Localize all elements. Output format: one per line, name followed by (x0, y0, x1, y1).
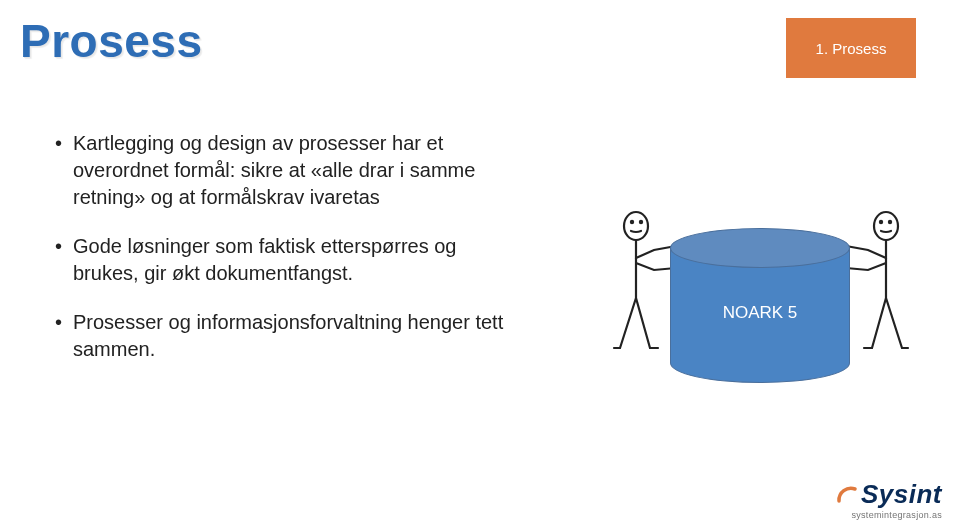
slide-title: Prosess (20, 14, 203, 68)
cylinder-label: NOARK 5 (670, 303, 850, 323)
logo-brand: Sysint (836, 479, 942, 512)
logo: Sysint systemintegrasjon.as (836, 479, 942, 520)
svg-point-4 (874, 212, 898, 240)
section-tag: 1. Prosess (786, 18, 916, 78)
svg-point-5 (879, 220, 883, 224)
bullet-dot-icon (55, 130, 73, 211)
logo-subtext: systemintegrasjon.as (836, 510, 942, 520)
svg-point-1 (630, 220, 634, 224)
stick-figure-right-icon (848, 208, 908, 378)
bullet-text: Prosesser og informasjonsforvaltning hen… (73, 309, 505, 363)
logo-arc-icon (836, 481, 858, 512)
logo-brand-text: Sysint (861, 479, 942, 509)
stick-figure-left-icon (614, 208, 674, 378)
database-cylinder-icon: NOARK 5 (670, 228, 850, 383)
body-text: Kartlegging og design av prosesser har e… (55, 130, 505, 385)
svg-point-0 (624, 212, 648, 240)
svg-point-6 (888, 220, 892, 224)
bullet-dot-icon (55, 309, 73, 363)
bullet-item: Prosesser og informasjonsforvaltning hen… (55, 309, 505, 363)
bullet-dot-icon (55, 233, 73, 287)
diagram: NOARK 5 (580, 200, 940, 420)
section-tag-label: 1. Prosess (816, 40, 887, 57)
slide: Prosess 1. Prosess Kartlegging og design… (0, 0, 960, 532)
bullet-text: Kartlegging og design av prosesser har e… (73, 130, 505, 211)
svg-point-2 (639, 220, 643, 224)
bullet-item: Gode løsninger som faktisk etterspørres … (55, 233, 505, 287)
bullet-text: Gode løsninger som faktisk etterspørres … (73, 233, 505, 287)
bullet-item: Kartlegging og design av prosesser har e… (55, 130, 505, 211)
